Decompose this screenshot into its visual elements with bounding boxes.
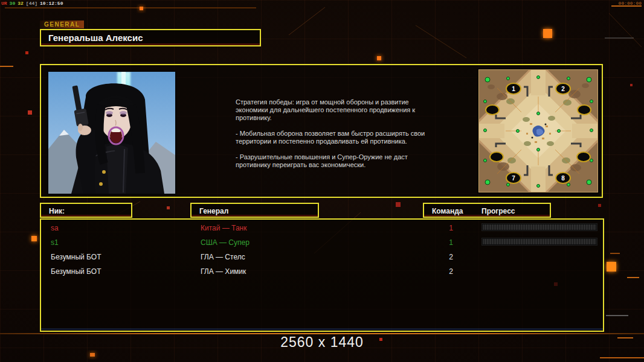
player-nick: Безумный БОТ (51, 253, 101, 261)
player-nick: s1 (51, 238, 59, 247)
player-team: 2 (428, 253, 453, 261)
start-number: 7 (512, 175, 515, 182)
player-team: 1 (428, 224, 453, 232)
column-header-progress-label: Прогресс (481, 205, 515, 217)
general-name: Генеральша Алексис (41, 30, 260, 45)
general-name-box: Генеральша Алексис (40, 29, 261, 46)
strategy-text: Стратегия победы: игра от мощной обороны… (236, 98, 435, 177)
start-number: 8 (561, 175, 565, 182)
player-row: Безумный БОТ ГЛА — Стелс 2 (41, 250, 603, 264)
column-header-general: Генерал (190, 203, 319, 218)
column-header-team-progress: Команда Прогресс (423, 203, 551, 218)
player-list-panel: sa Китай — Танк 1 s1 США — Супер 1 Безум… (40, 218, 604, 332)
strategy-paragraph: Стратегия победы: игра от мощной обороны… (236, 98, 435, 122)
start-number: 1 (512, 86, 515, 92)
resolution-label: 2560 x 1440 (0, 334, 644, 351)
player-row: Безумный БОТ ГЛА — Химик 2 (41, 264, 603, 279)
match-timer: 00:00:00 (619, 1, 642, 6)
perf-stat-part: 30 (10, 1, 16, 6)
loading-screen: UR3032[44]10:12:50 00:00:00 GENERAL Гене… (0, 0, 644, 362)
perf-stat-part: [44] (26, 1, 37, 6)
player-list-divider (41, 328, 603, 330)
general-portrait-art (48, 72, 175, 194)
column-header-general-label: Генерал (199, 205, 228, 217)
general-portrait (47, 71, 176, 195)
player-progress-bar (482, 224, 597, 230)
perf-stat-part: UR (1, 1, 7, 6)
player-general: Китай — Танк (201, 224, 246, 232)
minimap-art: 1 2 7 8 (479, 70, 597, 192)
column-header-team-label: Команда (432, 205, 463, 217)
strategy-paragraph: - Мобильная оборона позволяет вам быстро… (236, 130, 435, 145)
minimap: 1 2 7 8 (478, 69, 598, 192)
player-rows: sa Китай — Танк 1 s1 США — Супер 1 Безум… (41, 220, 603, 331)
perf-stat-part: 10:12:50 (40, 1, 63, 6)
player-nick: Безумный БОТ (51, 267, 101, 276)
perf-stat-part: 32 (18, 1, 24, 6)
column-header-nick-label: Ник: (49, 205, 65, 217)
column-header-nick: Ник: (40, 203, 132, 218)
player-nick: sa (51, 224, 59, 232)
general-rank-tag: GENERAL (40, 21, 84, 28)
start-number: 2 (561, 86, 565, 92)
perf-stats-overlay: UR3032[44]10:12:50 (1, 1, 65, 6)
player-general: США — Супер (201, 238, 250, 247)
player-progress-bar (482, 238, 597, 245)
player-general: ГЛА — Химик (201, 267, 246, 276)
general-info-panel: Стратегия победы: игра от мощной обороны… (40, 64, 603, 198)
strategy-paragraph: - Разрушительные повышения и Супер-Оружи… (236, 153, 435, 169)
player-row: s1 США — Супер 1 (41, 235, 603, 250)
player-row: sa Китай — Танк 1 (41, 221, 603, 235)
player-team: 1 (428, 238, 453, 247)
player-team: 2 (428, 267, 453, 276)
player-general: ГЛА — Стелс (201, 253, 245, 261)
